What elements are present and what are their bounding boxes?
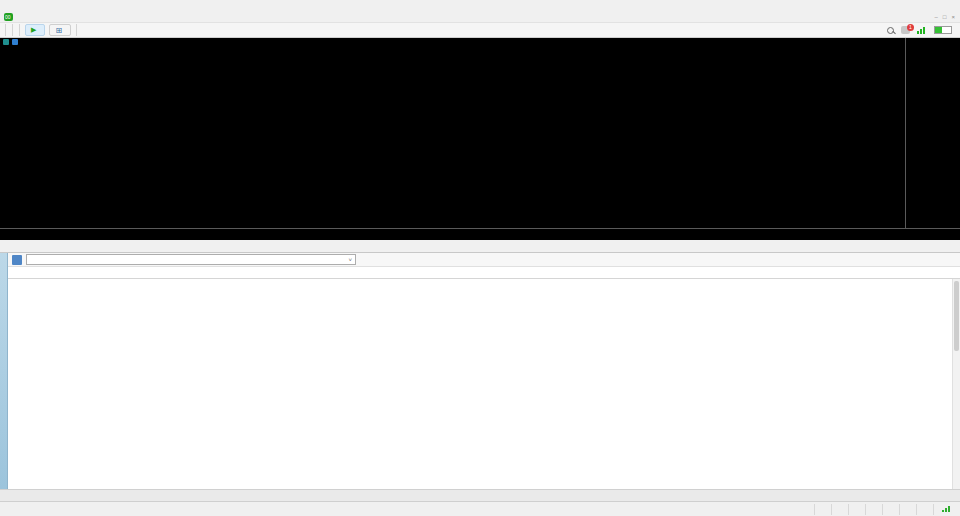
bar-low — [882, 504, 899, 515]
notifications-icon[interactable]: 1 — [901, 26, 910, 34]
tester-scrollbar[interactable] — [952, 279, 960, 489]
price-axis[interactable] — [905, 38, 960, 228]
tester-close-icon[interactable] — [12, 255, 22, 265]
new-order-button[interactable]: ⊞ — [49, 24, 71, 36]
menu-bar: – □ × — [0, 11, 960, 22]
expert-advisor-dropdown[interactable]: ˅ — [26, 254, 356, 265]
main-toolbar: ▶ ⊞ 1 — [0, 22, 960, 38]
signal-bars-icon — [942, 506, 950, 512]
ping-value — [933, 504, 960, 515]
profile-name[interactable] — [814, 504, 831, 515]
toolbar-separator — [12, 24, 13, 36]
toolbar-separator — [5, 24, 6, 36]
tester-tab-bar — [0, 489, 960, 501]
tester-vertical-tab[interactable] — [0, 253, 8, 489]
time-axis[interactable] — [0, 228, 960, 240]
toolbar-separator — [76, 24, 77, 36]
parameters-table — [8, 279, 960, 489]
algo-trading-button[interactable]: ▶ — [25, 24, 45, 36]
child-restore-icon[interactable]: □ — [943, 14, 947, 20]
candlestick-chart[interactable] — [0, 38, 905, 228]
play-icon: ▶ — [31, 26, 36, 34]
tester-toolbar: ˅ — [8, 253, 960, 267]
toolbar-separator — [19, 24, 20, 36]
child-window-controls[interactable]: – □ × — [935, 14, 960, 20]
chevron-down-icon: ˅ — [348, 257, 352, 263]
chart-tab-bar — [0, 240, 960, 253]
connection-status-icon — [917, 27, 925, 34]
parameters-table-header — [8, 267, 960, 279]
chart-window[interactable] — [0, 38, 960, 240]
bar-open — [848, 504, 865, 515]
notification-badge: 1 — [907, 24, 914, 31]
child-close-icon[interactable]: × — [951, 14, 955, 20]
bar-high — [865, 504, 882, 515]
app-logo-icon — [4, 13, 13, 21]
status-bar — [0, 501, 960, 516]
bar-volume — [916, 504, 933, 515]
scrollbar-thumb[interactable] — [954, 281, 959, 351]
bar-close — [899, 504, 916, 515]
child-minimize-icon[interactable]: – — [935, 14, 938, 20]
plus-icon: ⊞ — [55, 26, 62, 35]
search-icon[interactable] — [887, 27, 894, 34]
bar-timestamp — [831, 504, 848, 515]
title-bar — [0, 0, 960, 11]
connection-meter — [934, 26, 952, 34]
mt5-window: { "window": { "title": "[EURUSD,H1]", "m… — [0, 0, 960, 516]
strategy-tester-panel: ˅ — [0, 253, 960, 489]
